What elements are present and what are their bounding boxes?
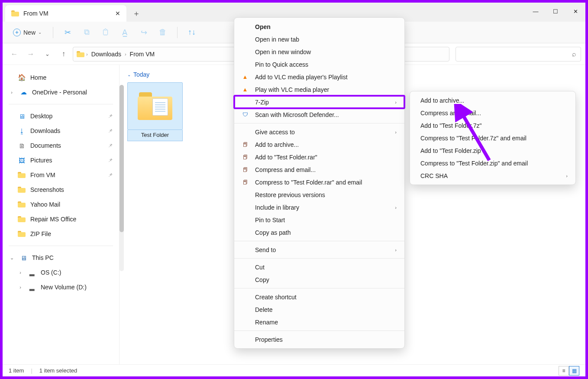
context-menu-item[interactable]: Rename [234, 316, 404, 328]
chevron-down-icon: ⌄ [38, 30, 42, 35]
context-menu-item[interactable]: 7-Zip› [234, 96, 404, 108]
context-menu-label: Pin to Start [255, 217, 285, 224]
context-menu-item[interactable]: Give access to› [234, 126, 404, 138]
context-menu-item[interactable]: Copy [234, 273, 404, 286]
drive-icon: ▂ [28, 269, 36, 276]
context-menu-item[interactable]: Pin to Start [234, 214, 404, 226]
sidebar-item-fromvm[interactable]: From VM 📌︎ [3, 168, 119, 182]
item-count: 1 item [9, 367, 24, 374]
chevron-down-icon: ⌄ [127, 72, 131, 77]
forward-button[interactable]: → [23, 47, 38, 62]
context-menu-item[interactable]: Send to› [234, 243, 404, 256]
up-button[interactable]: ↑ [56, 47, 71, 62]
copy-icon[interactable]: ⧉ [79, 25, 94, 40]
sidebar-item-pictures[interactable]: 🖼︎ Pictures 📌︎ [3, 153, 119, 168]
context-menu-item[interactable]: Pin to Quick access [234, 58, 404, 71]
vlc-icon: ▲ [241, 74, 249, 80]
chevron-down-icon[interactable]: ⌄ [9, 255, 15, 261]
sidebar-item-home[interactable]: 🏠 Home [3, 70, 119, 85]
chevron-right-icon[interactable]: › [17, 270, 23, 275]
submenu-item[interactable]: Compress to "Test Folder.7z" and email [410, 132, 575, 144]
context-menu-item[interactable]: 📕︎Add to archive... [234, 138, 404, 151]
folder-icon [17, 216, 26, 222]
sort-icon[interactable]: ↑↓ [184, 25, 199, 40]
chevron-right-icon[interactable]: › [9, 90, 15, 95]
context-menu-item[interactable]: Include in library› [234, 201, 404, 214]
recent-locations-button[interactable]: ⌄ [40, 47, 55, 62]
details-view-button[interactable]: ≡ [559, 366, 569, 376]
context-menu-item[interactable]: Restore previous versions [234, 188, 404, 201]
sidebar-item-label: Yahoo Mail [30, 201, 60, 208]
sidebar-item-yahoomail[interactable]: Yahoo Mail [3, 197, 119, 212]
context-menu-item[interactable]: Delete [234, 303, 404, 316]
active-tab[interactable]: From VM ✕ [5, 5, 126, 22]
cut-icon[interactable]: ✂ [60, 25, 75, 40]
sidebar-item-onedrive[interactable]: › ☁ OneDrive - Personal [3, 85, 119, 100]
submenu-item[interactable]: Compress and email... [410, 107, 575, 119]
sidebar-item-screenshots[interactable]: Screenshots [3, 182, 119, 197]
folder-icon [17, 231, 26, 237]
submenu-label: CRC SHA [420, 172, 448, 179]
submenu-label: Add to "Test Folder.zip" [420, 147, 483, 154]
share-icon[interactable]: ↪ [136, 25, 151, 40]
submenu-item[interactable]: Add to "Test Folder.7z" [410, 119, 575, 132]
folder-icon [11, 10, 19, 16]
statusbar: 1 item | 1 item selected ≡ ▦ [3, 364, 585, 376]
breadcrumb-item[interactable]: Downloads [90, 51, 123, 58]
context-menu-item[interactable]: Cut [234, 261, 404, 273]
context-menu-label: Rename [255, 319, 278, 326]
context-menu-item[interactable]: Properties [234, 333, 404, 346]
context-menu-item[interactable]: 📕︎Compress to "Test Folder.rar" and emai… [234, 176, 404, 188]
context-menu-item[interactable]: Copy as path [234, 226, 404, 239]
new-button[interactable]: + New ⌄ [9, 26, 46, 39]
submenu-label: Add to archive... [420, 97, 464, 104]
breadcrumb-item[interactable]: From VM [128, 51, 157, 58]
sidebar-item-repairms[interactable]: Repair MS Office [3, 212, 119, 227]
context-menu-item[interactable]: Open [234, 20, 404, 33]
context-menu-label: Create shortcut [255, 294, 297, 301]
sidebar-item-zipfile[interactable]: ZIP File [3, 227, 119, 241]
submenu-item[interactable]: Add to archive... [410, 94, 575, 107]
context-menu-label: Add to "Test Folder.rar" [255, 154, 317, 161]
rename-icon[interactable]: A̲ [117, 25, 132, 40]
context-menu-label: 7-Zip [255, 99, 269, 106]
paste-icon[interactable]: 📋︎ [98, 25, 113, 40]
close-tab-icon[interactable]: ✕ [115, 10, 120, 17]
context-menu-item[interactable]: 📕︎Add to "Test Folder.rar" [234, 151, 404, 163]
sidebar-item-downloads[interactable]: ⭳ Downloads 📌︎ [3, 123, 119, 138]
folder-item[interactable]: Test Folder [127, 82, 183, 141]
context-menu-item[interactable]: 🛡︎Scan with Microsoft Defender... [234, 108, 404, 121]
sidebar-item-drive-d[interactable]: › ▂ New Volume (D:) [3, 280, 119, 295]
icons-view-button[interactable]: ▦ [569, 366, 579, 376]
context-menu-item[interactable]: 📕︎Compress and email... [234, 163, 404, 176]
context-menu-item[interactable]: Create shortcut [234, 291, 404, 303]
maximize-button[interactable]: ☐ [546, 3, 565, 20]
pictures-icon: 🖼︎ [17, 157, 26, 164]
submenu-item[interactable]: CRC SHA› [410, 169, 575, 182]
context-menu-label: Open in new window [255, 49, 311, 55]
context-menu-item[interactable]: ▲Play with VLC media player [234, 83, 404, 96]
folder-icon [77, 51, 84, 57]
sidebar-item-thispc[interactable]: ⌄ 🖥︎ This PC [3, 250, 119, 265]
chevron-right-icon: › [557, 173, 568, 178]
search-input[interactable]: ⌕ [456, 47, 581, 62]
context-menu-item[interactable]: Open in new window [234, 45, 404, 58]
submenu-item[interactable]: Compress to "Test Folder.zip" and email [410, 157, 575, 169]
sidebar-item-drive-c[interactable]: › ▂ OS (C:) [3, 265, 119, 280]
context-menu-label: Give access to [255, 129, 295, 136]
context-menu-separator [234, 123, 404, 123]
new-tab-button[interactable]: ＋ [129, 6, 144, 21]
context-menu-item[interactable]: ▲Add to VLC media player's Playlist [234, 71, 404, 83]
submenu-item[interactable]: Add to "Test Folder.zip" [410, 144, 575, 157]
back-button[interactable]: ← [7, 47, 22, 62]
sidebar-item-desktop[interactable]: 🖥︎ Desktop 📌︎ [3, 109, 119, 123]
close-window-button[interactable]: ✕ [565, 3, 585, 20]
context-menu-label: Scan with Microsoft Defender... [255, 111, 339, 118]
context-menu-item[interactable]: Open in new tab [234, 33, 404, 45]
chevron-right-icon[interactable]: › [17, 285, 23, 290]
sidebar-item-documents[interactable]: 🗎 Documents 📌︎ [3, 138, 119, 153]
minimize-button[interactable]: — [526, 3, 546, 20]
delete-icon[interactable]: 🗑︎ [155, 25, 170, 40]
context-menu-label: Copy as path [255, 229, 291, 236]
context-menu: OpenOpen in new tabOpen in new windowPin… [234, 17, 405, 349]
